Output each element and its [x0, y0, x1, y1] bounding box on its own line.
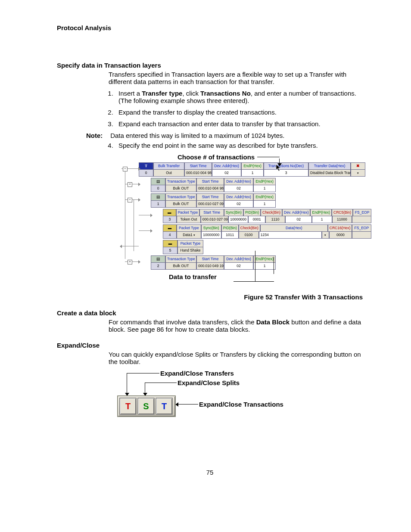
transaction-icon: ▤	[151, 255, 165, 263]
figure-caption: Figure 52 Transfer With 3 Transactions	[57, 293, 363, 301]
page-number: 75	[57, 469, 363, 476]
callout-data: Data to transfer	[169, 273, 217, 280]
data-hex-field[interactable]: 1234	[259, 231, 322, 239]
data-type-dropdown[interactable]: Data1	[177, 231, 201, 239]
transaction-icon: ▤	[151, 193, 165, 201]
packet-icon: ▬	[163, 240, 177, 247]
packet-icon: ▬	[163, 209, 176, 216]
screenshot: − T Bulk Transfer Start Time Dev. Addr(H…	[121, 162, 371, 270]
heading-expand: Expand/Close	[57, 342, 363, 349]
expand-transfers-button[interactable]: T	[119, 398, 137, 415]
li-4: Specify the end point in the same way as…	[115, 142, 363, 149]
delete-icon[interactable]: ✖	[351, 162, 365, 170]
callout-choose: Choose # of transactions	[177, 153, 255, 161]
cursor-icon	[276, 164, 282, 172]
heading-create-block: Create a data block	[57, 309, 363, 317]
col-bulk-transfer: Bulk Transfer	[153, 162, 184, 170]
note-text: Data entered this way is limited to a ma…	[110, 132, 284, 139]
label-transactions: Expand/Close Transactions	[199, 401, 283, 408]
para-create-block: For commands that involve data transfers…	[109, 318, 363, 333]
li-3: Expand each transaction and enter data t…	[115, 120, 363, 128]
expand-transactions-button[interactable]: T	[156, 398, 173, 415]
para-expand: You can quickly expand/close Splits or T…	[109, 351, 363, 365]
li-1: Insert a Transfer type, click Transactio…	[115, 90, 363, 104]
note-label: Note:	[86, 132, 109, 139]
para-specify: Transfers specified in Transaction layer…	[109, 71, 363, 85]
transactions-no-field[interactable]: 3	[264, 169, 308, 177]
data-dropdown[interactable]	[322, 231, 329, 239]
toolbar: T S T	[117, 395, 176, 417]
page-header: Protocol Analysis	[57, 24, 363, 31]
svg-marker-0	[276, 165, 280, 171]
li-2: Expand the transfer to display the creat…	[115, 109, 363, 116]
expand-splits-button[interactable]: S	[137, 398, 155, 415]
packet-icon: ▬	[163, 224, 177, 232]
transaction-icon: ▤	[151, 178, 165, 185]
transfer-data-dropdown[interactable]	[351, 169, 365, 177]
label-transfers: Expand/Close Transfers	[160, 370, 234, 377]
heading-specify: Specify data in Transaction layers	[57, 62, 363, 69]
label-splits: Expand/Close Splits	[177, 379, 240, 386]
transfer-icon: T	[139, 162, 153, 170]
